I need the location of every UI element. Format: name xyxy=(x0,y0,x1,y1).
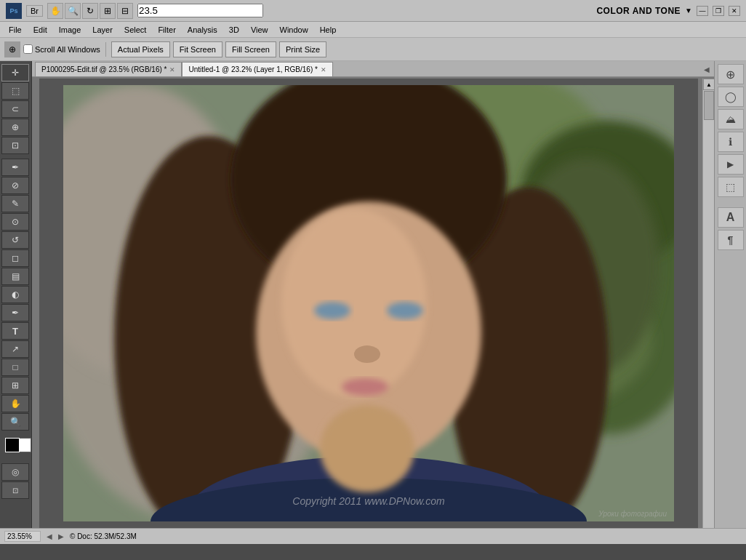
menu-select[interactable]: Select xyxy=(119,24,153,36)
pen-button[interactable]: ✒ xyxy=(1,304,29,321)
character-panel-button[interactable]: A xyxy=(718,207,744,228)
menu-window[interactable]: Window xyxy=(274,24,314,36)
healing-button[interactable]: ⊘ xyxy=(1,177,29,194)
tab-file1[interactable]: P1000295-Edit.tif @ 23.5% (RGB/16) * ✕ xyxy=(35,62,182,76)
move-tool-button[interactable]: ✛ xyxy=(1,64,29,81)
shape-button[interactable]: □ xyxy=(1,359,29,376)
menu-layer[interactable]: Layer xyxy=(87,24,119,36)
paragraph-panel-button[interactable]: ¶ xyxy=(718,230,744,250)
color-swatches xyxy=(1,438,30,460)
image-canvas: Copyright 2011 www.DPNow.com Урoки фотог… xyxy=(39,79,698,528)
dodge-button[interactable]: ◐ xyxy=(1,286,29,303)
portrait-image: Copyright 2011 www.DPNow.com Урoки фотог… xyxy=(63,85,674,521)
grid-icon[interactable]: ⊞ xyxy=(100,3,116,19)
svg-point-17 xyxy=(342,378,388,396)
channels-panel-button[interactable]: ◯ xyxy=(718,87,744,107)
panels-toggle-button[interactable]: ◀ xyxy=(699,62,714,76)
actual-pixels-button[interactable]: Actual Pixels xyxy=(111,41,170,57)
crop-tool-button[interactable]: ⊡ xyxy=(1,137,29,154)
status-doc-info: © Doc: 52.3M/52.3M xyxy=(70,532,137,540)
view-tool-icon[interactable]: ⊕ xyxy=(4,41,20,57)
3d-button[interactable]: ⊞ xyxy=(1,377,29,394)
menu-help[interactable]: Help xyxy=(314,24,342,36)
watermark-text: Copyright 2011 www.DPNow.com xyxy=(292,495,444,507)
menu-edit[interactable]: Edit xyxy=(28,24,53,36)
dropdown-arrow-icon[interactable]: ▼ xyxy=(685,7,692,15)
text-button[interactable]: T xyxy=(1,322,29,340)
tool-separator-2 xyxy=(1,431,30,434)
scroll-all-checkbox[interactable] xyxy=(23,44,33,54)
toolbar-icons-row: ✋ 🔍 ↻ ⊞ ⊟ xyxy=(47,3,133,19)
tab1-label: P1000295-Edit.tif @ 23.5% (RGB/16) * xyxy=(41,65,167,73)
rotate-tool-icon[interactable]: ↻ xyxy=(82,3,98,19)
actions-panel-button[interactable]: ▶ xyxy=(718,154,744,175)
options-toolbar: ⊕ Scroll All Windows Actual Pixels Fit S… xyxy=(0,38,746,61)
brush-button[interactable]: ✎ xyxy=(1,195,29,212)
zoom-tool-icon[interactable]: 🔍 xyxy=(65,3,81,19)
titlebar: Ps Br ✋ 🔍 ↻ ⊞ ⊟ COLOR AND TONE ▼ — ❐ ✕ xyxy=(0,0,746,22)
print-size-button[interactable]: Print Size xyxy=(279,41,326,57)
scroll-thumb[interactable] xyxy=(704,91,714,120)
tab2-label: Untitled-1 @ 23.2% (Layer 1, RGB/16) * xyxy=(188,65,317,73)
menu-analysis[interactable]: Analysis xyxy=(182,24,223,36)
tool-separator-1 xyxy=(1,155,30,158)
marquee-tool-button[interactable]: ⬚ xyxy=(1,82,29,100)
gradient-button[interactable]: ▤ xyxy=(1,268,29,285)
svg-point-15 xyxy=(387,302,423,319)
svg-point-14 xyxy=(314,302,350,319)
quick-mask-button[interactable]: ◎ xyxy=(1,463,29,481)
restore-button[interactable]: ❐ xyxy=(713,6,724,16)
background-svg xyxy=(63,85,674,521)
foreground-background-colors xyxy=(5,438,27,460)
foreground-color-swatch[interactable] xyxy=(5,438,20,452)
status-zoom-input[interactable] xyxy=(4,531,41,542)
scroll-all-label: Scroll All Windows xyxy=(35,45,100,54)
vertical-scrollbar[interactable]: ▲ xyxy=(702,79,714,528)
fit-screen-button[interactable]: Fit Screen xyxy=(173,41,222,57)
menubar: File Edit Image Layer Select Filter Anal… xyxy=(0,22,746,38)
canvas-area: P1000295-Edit.tif @ 23.5% (RGB/16) * ✕ U… xyxy=(32,61,714,528)
svg-point-16 xyxy=(354,345,380,363)
clone-stamp-button[interactable]: ⊙ xyxy=(1,213,29,231)
menu-filter[interactable]: Filter xyxy=(152,24,181,36)
scroll-up-arrow[interactable]: ▲ xyxy=(703,79,714,90)
hand-tool-icon[interactable]: ✋ xyxy=(47,3,63,19)
clone-source-panel-button[interactable]: ⬚ xyxy=(718,177,744,197)
scroll-all-checkbox-area: Scroll All Windows xyxy=(23,44,100,54)
hand-button[interactable]: ✋ xyxy=(1,395,29,412)
status-nav-left[interactable]: ◀ xyxy=(47,532,52,540)
quick-select-button[interactable]: ⊕ xyxy=(1,119,29,136)
main-area: ✛ ⬚ ⊂ ⊕ ⊡ ✒ ⊘ ✎ ⊙ ↺ ◻ ▤ ◐ ✒ T ↗ □ ⊞ ✋ 🔍 … xyxy=(0,61,746,528)
screen-mode-button[interactable]: ⊡ xyxy=(1,481,29,499)
eraser-button[interactable]: ◻ xyxy=(1,249,29,267)
layers-panel-button[interactable]: ⊕ xyxy=(718,64,744,84)
path-selection-button[interactable]: ↗ xyxy=(1,340,29,358)
minimize-button[interactable]: — xyxy=(697,6,708,16)
ps-icon: Ps xyxy=(6,3,22,19)
menu-view[interactable]: View xyxy=(245,24,274,36)
menu-file[interactable]: File xyxy=(3,24,28,36)
tab-file2[interactable]: Untitled-1 @ 23.2% (Layer 1, RGB/16) * ✕ xyxy=(182,62,332,76)
titlebar-left: Ps Br ✋ 🔍 ↻ ⊞ ⊟ xyxy=(6,3,263,19)
tab-bar: P1000295-Edit.tif @ 23.5% (RGB/16) * ✕ U… xyxy=(32,61,714,77)
left-tools-panel: ✛ ⬚ ⊂ ⊕ ⊡ ✒ ⊘ ✎ ⊙ ↺ ◻ ▤ ◐ ✒ T ↗ □ ⊞ ✋ 🔍 … xyxy=(0,61,32,528)
histogram-panel-button[interactable]: ⛰ xyxy=(718,109,744,129)
menu-image[interactable]: Image xyxy=(53,24,87,36)
br-button[interactable]: Br xyxy=(26,5,43,17)
zoom-input[interactable] xyxy=(137,4,263,17)
tab2-close-icon[interactable]: ✕ xyxy=(321,66,326,73)
toolbar-divider-1 xyxy=(105,42,106,57)
status-nav-right[interactable]: ▶ xyxy=(58,532,64,540)
photo-background xyxy=(63,85,674,521)
titlebar-right: COLOR AND TONE ▼ — ❐ ✕ xyxy=(596,6,740,16)
eyedropper-button[interactable]: ✒ xyxy=(1,159,29,176)
menu-3d[interactable]: 3D xyxy=(223,24,245,36)
fill-screen-button[interactable]: Fill Screen xyxy=(225,41,276,57)
lasso-tool-button[interactable]: ⊂ xyxy=(1,100,29,118)
tab1-close-icon[interactable]: ✕ xyxy=(169,66,175,73)
zoom-button[interactable]: 🔍 xyxy=(1,413,29,431)
info-panel-button[interactable]: ℹ xyxy=(718,132,744,152)
arrange-icon[interactable]: ⊟ xyxy=(117,3,133,19)
close-button[interactable]: ✕ xyxy=(729,6,740,16)
history-brush-button[interactable]: ↺ xyxy=(1,231,29,249)
